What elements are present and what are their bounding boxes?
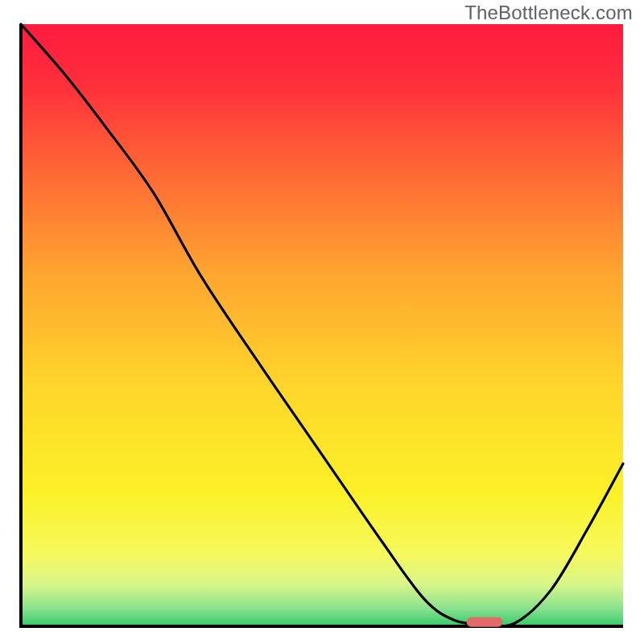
bottleneck-chart	[0, 0, 644, 644]
watermark-label: TheBottleneck.com	[464, 2, 633, 24]
chart-container: TheBottleneck.com	[0, 0, 644, 644]
plot-background	[21, 24, 623, 626]
optimal-marker	[467, 617, 503, 627]
